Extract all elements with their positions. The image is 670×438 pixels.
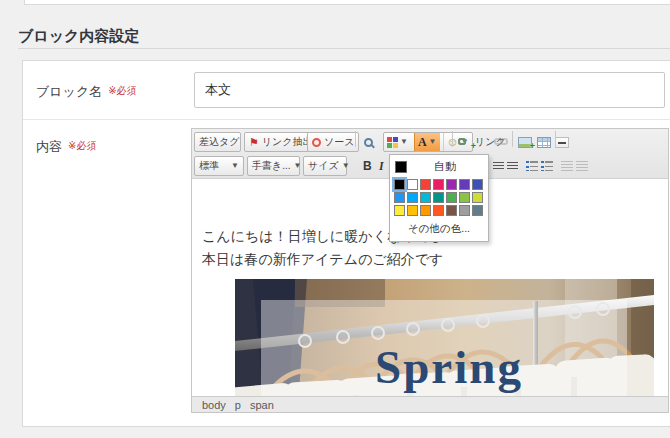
color-swatch[interactable] xyxy=(394,179,405,190)
toolbar-separator xyxy=(355,131,356,147)
bold-button[interactable]: B xyxy=(361,156,374,176)
bulleted-list-icon xyxy=(541,161,553,171)
palette-icon xyxy=(387,137,398,148)
auto-color-label: 自動 xyxy=(407,159,483,174)
content-text-line: 本日は春の新作アイテムのご紹介です xyxy=(202,251,443,269)
rich-text-editor: 差込タグ ▼ ⚑ リンク抽出 ソース xyxy=(191,128,669,413)
insert-tag-label: 差込タグ xyxy=(199,135,239,149)
color-swatch[interactable] xyxy=(433,192,444,203)
format-value: 標準 xyxy=(199,159,219,173)
path-item[interactable]: body xyxy=(202,399,226,411)
text-color-a-icon: A xyxy=(418,135,427,150)
color-swatch[interactable] xyxy=(407,192,418,203)
bold-icon: B xyxy=(363,159,372,173)
toolbar-separator xyxy=(512,131,513,147)
align-justify-icon xyxy=(507,162,518,171)
banner-word: Spring xyxy=(375,341,523,393)
italic-button[interactable]: I xyxy=(377,156,386,176)
indent-icon xyxy=(576,161,588,171)
bulleted-list-button[interactable] xyxy=(539,156,555,176)
color-swatch[interactable] xyxy=(446,205,457,216)
text-color-panel: 自動 その他の色... xyxy=(389,154,489,242)
color-swatch[interactable] xyxy=(407,205,418,216)
color-swatch[interactable] xyxy=(394,192,405,203)
align-center-icon xyxy=(493,162,504,171)
color-grid xyxy=(390,177,488,219)
source-icon xyxy=(312,138,321,147)
previous-panel-edge xyxy=(24,0,670,5)
color-swatch[interactable] xyxy=(472,205,483,216)
path-bar-items: bodypspan xyxy=(202,399,274,411)
color-swatch[interactable] xyxy=(459,179,470,190)
auto-color-option[interactable]: 自動 xyxy=(390,155,488,177)
color-swatch[interactable] xyxy=(433,205,444,216)
unlink-icon xyxy=(494,137,508,147)
link-icon: + xyxy=(458,137,472,147)
color-swatch[interactable] xyxy=(420,179,431,190)
color-swatch[interactable] xyxy=(472,192,483,203)
format-dropdown[interactable]: 標準 ▼ xyxy=(194,156,244,176)
chevron-down-icon: ▼ xyxy=(231,162,239,170)
size-value: サイズ xyxy=(308,159,339,173)
justify-center-button[interactable] xyxy=(491,156,506,176)
insert-image-button[interactable]: + xyxy=(516,132,534,152)
insert-tag-dropdown[interactable]: 差込タグ ▼ xyxy=(194,132,241,152)
title-divider xyxy=(18,48,670,49)
toolbar-separator xyxy=(452,131,453,147)
horizontal-rule-icon xyxy=(555,137,569,148)
outdent-icon xyxy=(561,161,573,171)
source-button[interactable]: ソース xyxy=(307,132,359,152)
content-label: 内容※必須 xyxy=(36,138,96,156)
indent-button[interactable] xyxy=(574,156,590,176)
link-extract-label: リンク抽出 xyxy=(262,135,313,149)
content-label-text: 内容 xyxy=(36,139,62,154)
chevron-down-icon: ▼ xyxy=(294,162,302,170)
background-color-button[interactable]: ▼ xyxy=(384,133,411,151)
chevron-down-icon: ▼ xyxy=(342,162,350,170)
block-name-label: ブロック名※必須 xyxy=(36,83,137,101)
more-colors-link[interactable]: その他の色... xyxy=(390,219,488,241)
color-swatch[interactable] xyxy=(459,205,470,216)
italic-icon: I xyxy=(379,159,384,174)
block-name-input[interactable] xyxy=(194,72,665,108)
outdent-button[interactable] xyxy=(559,156,575,176)
plus-badge-icon: + xyxy=(471,142,476,151)
screen: ブロック内容設定 ブロック名※必須 内容※必須 差込タグ ▼ ⚑ リンク抽出 xyxy=(0,0,670,438)
chevron-down-icon: ▼ xyxy=(400,138,408,146)
content-required-badge: ※必須 xyxy=(68,140,96,151)
image-icon: + xyxy=(518,137,532,148)
block-name-required-badge: ※必須 xyxy=(108,85,136,96)
color-swatch[interactable] xyxy=(472,179,483,190)
color-swatch[interactable] xyxy=(394,205,405,216)
numbered-list-button[interactable] xyxy=(524,156,540,176)
magnifier-icon xyxy=(364,138,373,147)
auto-color-swatch xyxy=(395,161,407,173)
unlink-button[interactable] xyxy=(492,132,510,152)
content-banner-image[interactable]: Spring New xyxy=(235,279,654,398)
table-icon xyxy=(537,137,551,148)
justify-block-button[interactable] xyxy=(505,156,520,176)
path-item[interactable]: p xyxy=(235,399,241,411)
chevron-down-icon: ▼ xyxy=(429,138,437,146)
color-swatch[interactable] xyxy=(459,192,470,203)
preview-button[interactable] xyxy=(362,132,375,152)
color-swatch[interactable] xyxy=(433,179,444,190)
font-dropdown[interactable]: 手書き... ▼ xyxy=(247,156,300,176)
path-item[interactable]: span xyxy=(250,399,274,411)
color-swatch[interactable] xyxy=(407,179,418,190)
insert-table-button[interactable] xyxy=(535,132,553,152)
element-path-bar: bodypspan xyxy=(192,396,668,412)
color-swatch[interactable] xyxy=(446,192,457,203)
row-divider xyxy=(23,119,670,120)
toolbar-separator xyxy=(555,131,556,147)
block-name-label-text: ブロック名 xyxy=(36,84,102,99)
color-swatch[interactable] xyxy=(420,192,431,203)
font-value: 手書き... xyxy=(252,159,291,173)
size-dropdown[interactable]: サイズ ▼ xyxy=(303,156,347,176)
color-swatch[interactable] xyxy=(420,205,431,216)
page-title: ブロック内容設定 xyxy=(18,27,139,46)
flag-icon: ⚑ xyxy=(249,137,259,148)
color-swatch[interactable] xyxy=(446,179,457,190)
text-color-button[interactable]: A ▼ xyxy=(414,133,440,151)
settings-card: ブロック名※必須 内容※必須 差込タグ ▼ ⚑ リンク抽出 xyxy=(22,60,670,427)
